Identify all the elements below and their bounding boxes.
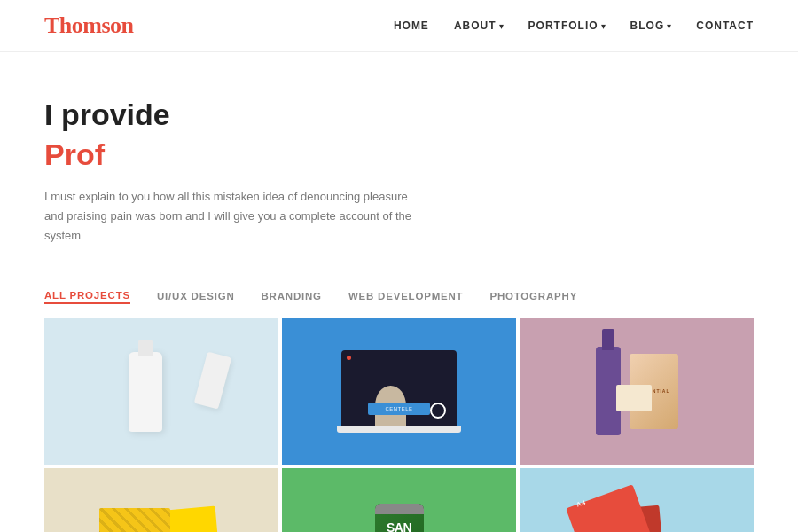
bottle-main [129,352,162,432]
can: SAN CUP [375,504,424,532]
filter-all[interactable]: ALL PROJECTS [44,290,130,304]
logo[interactable]: Thomson [44,12,134,39]
portfolio-item-cosmetics[interactable] [44,318,278,465]
main-nav: HOME ABOUT ▾ PORTFOLIO ▾ BLOG ▾ CONTACT [394,20,754,32]
laptop: CENTELE [341,350,457,433]
screen-circle [430,403,446,419]
nav-about[interactable]: ABOUT [454,20,497,32]
filter-photography[interactable]: PHOTOGRAPHY [489,291,577,303]
portfolio-item-cards[interactable]: A4 [520,468,754,532]
nav-blog[interactable]: BLOG [630,20,665,32]
portfolio-dropdown-icon: ▾ [601,21,606,31]
portfolio-item-wine[interactable]: ESSENTIAL [520,318,754,465]
about-dropdown-icon: ▾ [499,21,504,31]
wine-box: ESSENTIAL [630,354,678,429]
brochure-pattern [99,508,170,532]
laptop-scene: CENTELE [282,318,516,465]
wine-scene: ESSENTIAL [520,318,754,465]
brochure-main [99,508,170,532]
wine-small-box [616,385,652,411]
card-front [566,484,651,532]
bottle-small [194,351,232,409]
nav-portfolio-wrapper: PORTFOLIO ▾ [528,20,606,32]
portfolio-item-laptop[interactable]: CENTELE [282,318,516,465]
filter-uiux[interactable]: UI/UX DESIGN [157,291,235,303]
laptop-base [337,426,461,433]
can-label: SAN CUP [375,521,424,532]
hero-headline: I provide [44,97,754,133]
logo-text-red: son [101,12,133,38]
portfolio-grid: CENTELE ESSENTIAL [0,318,798,532]
nav-blog-wrapper: BLOG ▾ [630,20,672,32]
screen-overlay-bar: CENTELE [368,403,430,415]
hero-section: I provide Prof I must explain to you how… [0,52,798,272]
screen-close-dot [347,356,351,360]
logo-text-black: Thom [44,12,101,38]
cosmetic-scene [44,318,278,465]
filter-tabs: ALL PROJECTS UI/UX DESIGN BRANDING WEB D… [0,272,798,318]
blog-dropdown-icon: ▾ [667,21,671,31]
nav-portfolio[interactable]: PORTFOLIO [528,20,598,32]
brochure-scene [44,468,278,532]
hero-headline-red: Prof [44,137,754,173]
nav-about-wrapper: ABOUT ▾ [454,20,504,32]
screen-overlay-text: CENTELE [385,406,412,411]
laptop-screen: CENTELE [341,350,457,426]
nav-contact[interactable]: CONTACT [696,20,754,32]
screen-content [341,350,457,365]
cards-scene: A4 [520,468,754,532]
brochure-group [99,508,223,532]
portfolio-item-brochure[interactable] [44,468,278,532]
header: Thomson HOME ABOUT ▾ PORTFOLIO ▾ BLOG ▾ … [0,0,798,52]
can-scene: SAN CUP [282,468,516,532]
brochure-fold [162,505,223,532]
can-label-line1: SAN [387,520,411,532]
nav-home[interactable]: HOME [394,20,429,32]
filter-webdev[interactable]: WEB DEVELOPMENT [348,291,464,303]
filter-branding[interactable]: BRANDING [262,291,322,303]
screen-top-bar [347,356,451,360]
portfolio-item-can[interactable]: SAN CUP [282,468,516,532]
hero-description: I must explain to you how all this mista… [44,187,417,246]
